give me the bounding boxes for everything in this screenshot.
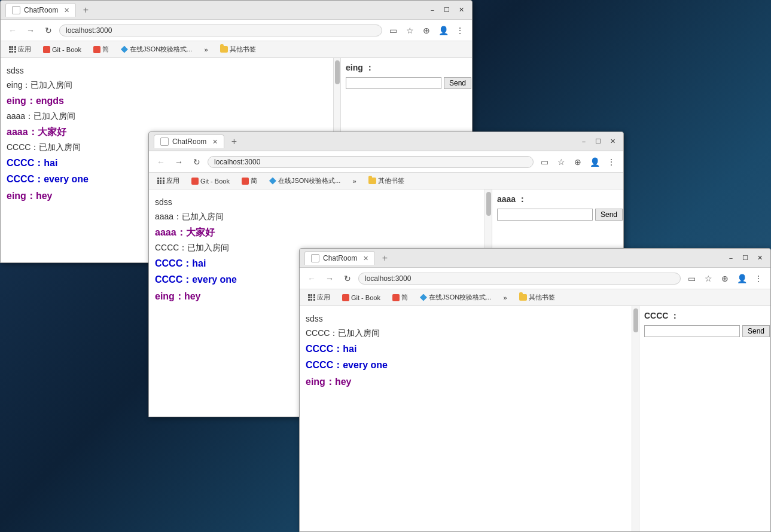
bookmark-git-2[interactable]: Git - Book xyxy=(188,176,233,186)
cast-icon-1[interactable]: ▭ xyxy=(386,23,400,38)
profile-icon-3[interactable]: 👤 xyxy=(735,271,749,286)
address-input-3[interactable] xyxy=(358,273,681,285)
tab-1[interactable]: ChatRoom ✕ xyxy=(5,3,76,17)
bookmark-other-1[interactable]: 其他书签 xyxy=(217,44,260,55)
sidebar-send-btn-1[interactable]: Send xyxy=(444,77,471,89)
scrollbar-thumb-2[interactable] xyxy=(486,192,491,216)
jian-icon-3 xyxy=(392,294,400,301)
bookmark-json-2[interactable]: 在线JSON校验格式... xyxy=(266,175,345,186)
minimize-btn-2[interactable]: − xyxy=(578,136,590,148)
sidebar-panel-3: CCCC ： Send xyxy=(639,306,770,531)
apps-label-2: 应用 xyxy=(166,176,179,185)
address-input-1[interactable] xyxy=(59,25,382,36)
apps-icon-2 xyxy=(157,178,164,185)
scrollbar-3[interactable] xyxy=(632,306,639,531)
title-bar-3: ChatRoom ✕ + − ☐ ✕ xyxy=(300,249,770,268)
bookmark-jian-1[interactable]: 简 xyxy=(90,44,112,55)
sidebar-input-3[interactable] xyxy=(644,325,740,337)
msg-1-1: eing：已加入房间 xyxy=(7,78,327,91)
more-label-1: » xyxy=(204,46,208,53)
reload-btn-2[interactable]: ↻ xyxy=(190,155,204,169)
tab-2[interactable]: ChatRoom ✕ xyxy=(154,134,224,148)
json-label-1: 在线JSON校验格式... xyxy=(130,45,193,54)
forward-btn-1[interactable]: → xyxy=(23,23,38,38)
bookmark-jian-2[interactable]: 简 xyxy=(238,175,261,186)
sidebar-input-row-2: Send xyxy=(497,209,618,221)
git-icon-1 xyxy=(43,46,50,53)
close-btn-1[interactable]: ✕ xyxy=(455,4,467,16)
folder-icon-2 xyxy=(368,178,376,184)
star-icon-3[interactable]: ☆ xyxy=(701,271,715,286)
tab-close-1[interactable]: ✕ xyxy=(64,7,69,14)
minimize-btn-3[interactable]: − xyxy=(725,252,737,264)
bookmark-json-3[interactable]: 在线JSON校验格式... xyxy=(416,292,495,303)
sidebar-username-2: aaaa ： xyxy=(497,194,618,205)
maximize-btn-2[interactable]: ☐ xyxy=(592,136,604,148)
close-btn-2[interactable]: ✕ xyxy=(607,136,618,148)
bookmark-more-3[interactable]: » xyxy=(499,293,510,302)
back-btn-1[interactable]: ← xyxy=(5,23,20,38)
minimize-btn-1[interactable]: − xyxy=(426,4,438,16)
msg-3-0: sdss xyxy=(306,312,626,325)
sidebar-username-1: eing ： xyxy=(346,63,467,74)
extension-icon-3[interactable]: ⊕ xyxy=(718,271,732,286)
bookmark-more-1[interactable]: » xyxy=(200,45,211,54)
back-btn-3[interactable]: ← xyxy=(304,271,319,286)
bookmark-other-3[interactable]: 其他书签 xyxy=(516,292,559,303)
bookmark-apps-3[interactable]: 应用 xyxy=(304,292,334,303)
tab-close-2[interactable]: ✕ xyxy=(212,138,218,146)
bookmark-other-2[interactable]: 其他书签 xyxy=(365,175,408,186)
profile-icon-1[interactable]: 👤 xyxy=(436,23,450,38)
bookmark-jian-3[interactable]: 简 xyxy=(389,292,412,303)
menu-icon-1[interactable]: ⋮ xyxy=(453,23,467,38)
tab-title-3: ChatRoom xyxy=(323,254,357,262)
new-tab-btn-2[interactable]: + xyxy=(227,134,241,149)
menu-icon-2[interactable]: ⋮ xyxy=(604,155,618,169)
new-tab-btn-1[interactable]: + xyxy=(78,3,93,17)
address-input-2[interactable] xyxy=(208,156,534,168)
forward-btn-2[interactable]: → xyxy=(172,155,186,169)
cast-icon-3[interactable]: ▭ xyxy=(684,271,699,286)
back-btn-2[interactable]: ← xyxy=(154,155,168,169)
scrollbar-thumb-3[interactable] xyxy=(633,308,638,332)
json-label-3: 在线JSON校验格式... xyxy=(429,293,492,302)
more-label-3: » xyxy=(503,294,507,301)
new-tab-btn-3[interactable]: + xyxy=(377,251,392,265)
tab-close-3[interactable]: ✕ xyxy=(363,255,368,262)
bookmark-json-1[interactable]: 在线JSON校验格式... xyxy=(117,44,196,55)
bookmark-apps-2[interactable]: 应用 xyxy=(154,175,183,186)
address-bar-1: ← → ↻ ▭ ☆ ⊕ 👤 ⋮ xyxy=(1,20,472,41)
other-label-2: 其他书签 xyxy=(378,176,404,185)
jian-label-1: 简 xyxy=(102,45,109,54)
bookmark-git-1[interactable]: Git - Book xyxy=(39,45,85,54)
bookmark-apps-1[interactable]: 应用 xyxy=(5,44,35,55)
extension-icon-2[interactable]: ⊕ xyxy=(571,155,585,169)
sidebar-input-2[interactable] xyxy=(497,209,593,221)
reload-btn-1[interactable]: ↻ xyxy=(41,23,56,38)
sidebar-send-btn-2[interactable]: Send xyxy=(595,209,623,221)
maximize-btn-1[interactable]: ☐ xyxy=(441,4,453,16)
forward-btn-3[interactable]: → xyxy=(322,271,337,286)
close-btn-3[interactable]: ✕ xyxy=(754,252,766,264)
star-icon-2[interactable]: ☆ xyxy=(554,155,568,169)
extension-icon-1[interactable]: ⊕ xyxy=(419,23,434,38)
reload-btn-3[interactable]: ↻ xyxy=(340,271,355,286)
sidebar-input-1[interactable] xyxy=(346,77,441,89)
star-icon-1[interactable]: ☆ xyxy=(403,23,417,38)
profile-icon-2[interactable]: 👤 xyxy=(587,155,602,169)
more-label-2: » xyxy=(352,178,356,185)
maximize-btn-3[interactable]: ☐ xyxy=(739,252,751,264)
cast-icon-2[interactable]: ▭ xyxy=(537,155,551,169)
sidebar-input-row-3: Send xyxy=(644,325,766,337)
msg-3-3: CCCC：every one xyxy=(306,357,626,373)
bookmark-more-2[interactable]: » xyxy=(349,176,359,186)
msg-2-2: aaaa：大家好 xyxy=(155,225,479,240)
scrollbar-thumb-1[interactable] xyxy=(335,60,340,84)
sidebar-send-btn-3[interactable]: Send xyxy=(742,325,770,337)
menu-icon-3[interactable]: ⋮ xyxy=(751,271,766,286)
tab-3[interactable]: ChatRoom ✕ xyxy=(304,251,375,265)
bookmark-git-3[interactable]: Git - Book xyxy=(339,293,384,302)
msg-1-2: eing：engds xyxy=(7,93,327,109)
chat-messages-3: sdss CCCC：已加入房间 CCCC：hai CCCC：every one … xyxy=(300,306,632,531)
git-icon-2 xyxy=(191,178,199,185)
